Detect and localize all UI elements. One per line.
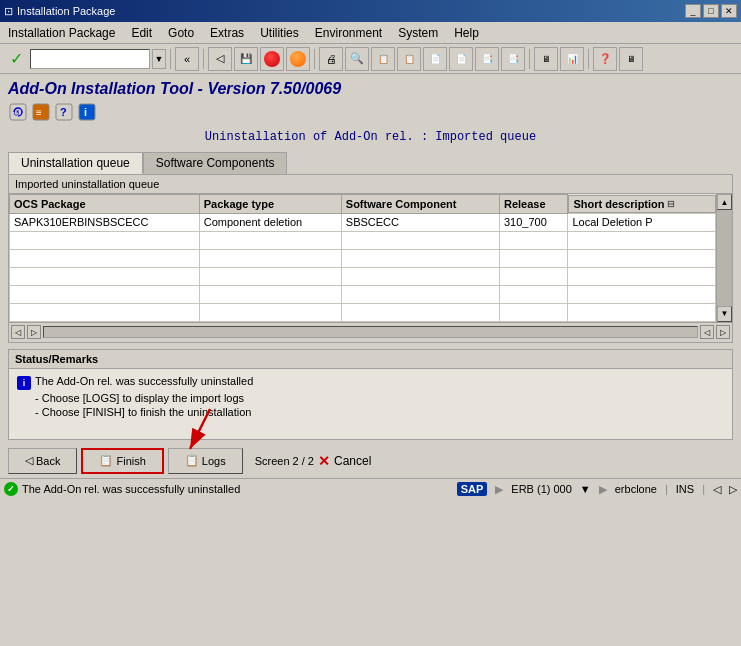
app-icon-log[interactable]: ≡ — [31, 102, 51, 122]
svg-text:?: ? — [60, 106, 67, 118]
app-icon-help[interactable]: ? — [54, 102, 74, 122]
status-line-2: - Choose [LOGS] to display the import lo… — [17, 392, 724, 404]
toolbar-search-input[interactable] — [30, 49, 150, 69]
app-title: Add-On Installation Tool - Version 7.50/… — [8, 80, 733, 98]
menu-edit[interactable]: Edit — [127, 24, 156, 42]
table-row: SAPK310ERBINSBSCECC Component deletion S… — [10, 213, 716, 231]
toolbar-btn-b2[interactable]: 📋 — [397, 47, 421, 71]
menu-extras[interactable]: Extras — [206, 24, 248, 42]
vertical-scrollbar: ▲ ▼ — [716, 194, 732, 322]
status-line-1: i The Add-On rel. was successfully unins… — [17, 375, 724, 390]
scroll-up-button[interactable]: ▲ — [717, 194, 732, 210]
status-line-3: - Choose [FINISH] to finish the uninstal… — [17, 406, 724, 418]
toolbar-btn-b1[interactable]: 📋 — [371, 47, 395, 71]
svg-text:↺: ↺ — [13, 109, 20, 118]
status-bar-icon-2: ▷ — [729, 483, 737, 496]
menu-help[interactable]: Help — [450, 24, 483, 42]
toolbar: ✓ ▼ « ◁ 💾 🖨 🔍 📋 📋 📄 📄 📑 📑 🖥 📊 ❓ 🖥 — [0, 44, 741, 74]
status-bar-msg: ✓ The Add-On rel. was successfully unins… — [4, 482, 453, 496]
toolbar-btn-b4[interactable]: 📄 — [449, 47, 473, 71]
logs-icon: 📋 — [185, 454, 199, 467]
status-bar-sep-5: | — [702, 483, 705, 495]
tab-software-components[interactable]: Software Components — [143, 152, 288, 174]
table-panel: Imported uninstallation queue OCS Packag… — [8, 174, 733, 343]
scroll-h-right-2[interactable]: ▷ — [716, 325, 730, 339]
toolbar-sep-4 — [529, 49, 530, 69]
toolbar-help[interactable]: ❓ — [593, 47, 617, 71]
scroll-down-button[interactable]: ▼ — [717, 306, 732, 322]
toolbar-save[interactable]: 💾 — [234, 47, 258, 71]
status-panel-content: i The Add-On rel. was successfully unins… — [9, 369, 732, 439]
title-bar-label: Installation Package — [17, 5, 115, 17]
logs-label: Logs — [202, 455, 226, 467]
status-text-2: - Choose [LOGS] to display the import lo… — [35, 392, 244, 404]
menu-environment[interactable]: Environment — [311, 24, 386, 42]
bottom-buttons: ◁ Back 📋 Finish 📋 Logs Screen 2 / 2 ✕ Ca… — [0, 444, 741, 478]
toolbar-sep-2 — [203, 49, 204, 69]
toolbar-sep-3 — [314, 49, 315, 69]
app-icon-refresh[interactable]: ↺ — [8, 102, 28, 122]
cell-sw-component: SBSCECC — [341, 213, 499, 231]
toolbar-find[interactable]: 🔍 — [345, 47, 369, 71]
menu-goto[interactable]: Goto — [164, 24, 198, 42]
menu-utilities[interactable]: Utilities — [256, 24, 303, 42]
close-button[interactable]: ✕ — [721, 4, 737, 18]
data-table: OCS Package Package type Software Compon… — [9, 194, 716, 322]
horizontal-scrollbar[interactable] — [43, 326, 698, 338]
status-message: Uninstallation of Add-On rel. : Imported… — [0, 126, 741, 148]
status-bar-right: SAP ▶ ERB (1) 000 ▼ ▶ erbclone | INS | ◁… — [457, 482, 737, 496]
toolbar-red-circle-icon[interactable] — [260, 47, 284, 71]
status-bar-icon-1: ◁ — [713, 483, 721, 496]
scroll-h-right-1[interactable]: ◁ — [700, 325, 714, 339]
cell-ocs-package: SAPK310ERBINSBSCECC — [10, 213, 200, 231]
menu-system[interactable]: System — [394, 24, 442, 42]
toolbar-btn-b5[interactable]: 📑 — [475, 47, 499, 71]
toolbar-dropdown-arrow[interactable]: ▼ — [152, 49, 166, 69]
tabs-container: Uninstallation queue Software Components — [8, 152, 733, 174]
toolbar-prev[interactable]: ◁ — [208, 47, 232, 71]
toolbar-green-check[interactable]: ✓ — [4, 47, 28, 71]
cell-release: 310_700 — [499, 213, 568, 231]
table-panel-title: Imported uninstallation queue — [9, 175, 732, 194]
app-icon-info[interactable]: i — [77, 102, 97, 122]
back-button[interactable]: ◁ Back — [8, 448, 77, 474]
toolbar-print[interactable]: 🖨 — [319, 47, 343, 71]
toolbar-display[interactable]: 🖥 — [619, 47, 643, 71]
title-bar-icon: ⊡ — [4, 5, 13, 18]
screen-label: Screen 2 / 2 — [255, 455, 314, 467]
toolbar-orange-circle-icon[interactable] — [286, 47, 310, 71]
finish-label: Finish — [116, 455, 145, 467]
finish-icon: 📋 — [99, 454, 113, 467]
toolbar-btn-b7[interactable]: 📊 — [560, 47, 584, 71]
status-bar-mode: INS — [676, 483, 694, 495]
finish-button[interactable]: 📋 Finish — [81, 448, 163, 474]
status-text-3: - Choose [FINISH] to finish the uninstal… — [35, 406, 251, 418]
scroll-nav-next[interactable]: ▷ — [27, 325, 41, 339]
table-footer: ◁ ▷ ◁ ▷ — [9, 322, 732, 342]
status-text-1: The Add-On rel. was successfully uninsta… — [35, 375, 253, 387]
toolbar-nav-back[interactable]: « — [175, 47, 199, 71]
status-bar: ✓ The Add-On rel. was successfully unins… — [0, 478, 741, 500]
svg-text:i: i — [84, 106, 87, 118]
toolbar-sep-5 — [588, 49, 589, 69]
col-header-package-type: Package type — [199, 195, 341, 214]
logs-button[interactable]: 📋 Logs — [168, 448, 243, 474]
status-bar-sep-3: ▶ — [599, 483, 607, 496]
title-bar-text: ⊡ Installation Package — [4, 5, 115, 18]
scroll-nav-prev[interactable]: ◁ — [11, 325, 25, 339]
status-bar-sep-1: ▶ — [495, 483, 503, 496]
toolbar-btn-b3[interactable]: 📄 — [423, 47, 447, 71]
cancel-label[interactable]: Cancel — [334, 454, 371, 468]
status-remarks-panel: Status/Remarks i The Add-On rel. was suc… — [8, 349, 733, 440]
maximize-button[interactable]: □ — [703, 4, 719, 18]
toolbar-btn-b6[interactable]: 📑 — [501, 47, 525, 71]
toolbar-monitor[interactable]: 🖥 — [534, 47, 558, 71]
menu-bar: Installation Package Edit Goto Extras Ut… — [0, 22, 741, 44]
sap-logo: SAP — [457, 482, 488, 496]
minimize-button[interactable]: _ — [685, 4, 701, 18]
col-resize-icon[interactable]: ⊟ — [667, 199, 675, 209]
menu-installation-package[interactable]: Installation Package — [4, 24, 119, 42]
tab-uninstallation-queue[interactable]: Uninstallation queue — [8, 152, 143, 174]
status-panel-title: Status/Remarks — [9, 350, 732, 369]
table-row-empty-4 — [10, 285, 716, 303]
